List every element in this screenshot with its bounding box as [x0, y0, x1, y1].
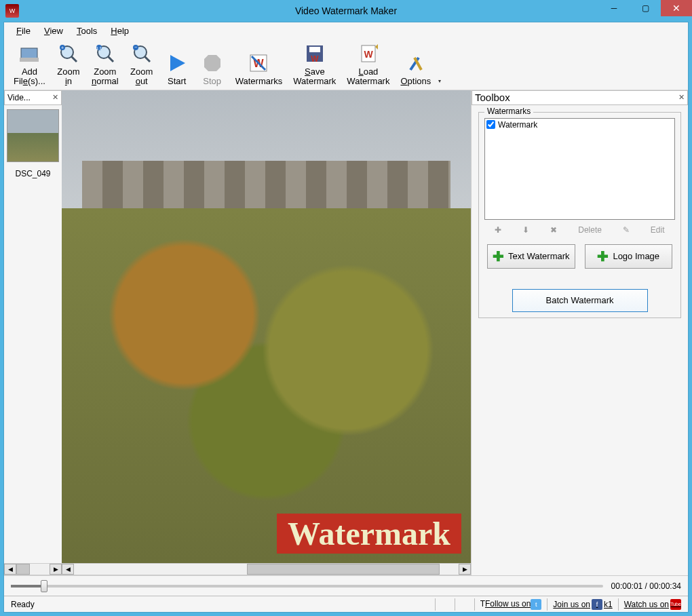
- minimize-button[interactable]: ─: [598, 0, 630, 16]
- text-watermark-button[interactable]: ✚ Text Watermark: [487, 244, 575, 269]
- file-thumbnail-label: DSC_049: [4, 169, 62, 178]
- youtube-icon: Tube: [670, 599, 681, 610]
- svg-line-3: [71, 56, 77, 62]
- watermarks-group: Watermarks Watermark ✚ ⬇ ✖ Delete ✎ Edit: [478, 112, 681, 318]
- file-panel: Vide... ✕ DSC_049 ◀ ▶: [4, 90, 62, 575]
- zoom-out-icon: −: [131, 43, 153, 64]
- timeline-slider[interactable]: [11, 585, 603, 588]
- scroll-left-icon[interactable]: ◀: [4, 564, 16, 575]
- watermark-overlay[interactable]: Watermark: [277, 514, 461, 554]
- toolbox-panel: Toolbox ✕ Watermarks Watermark ✚ ⬇: [471, 90, 688, 575]
- timeline-time: 00:00:01 / 00:00:34: [611, 581, 681, 591]
- save-watermark-button[interactable]: W SaveWatermark: [289, 41, 340, 88]
- svg-text:W: W: [364, 49, 373, 60]
- edit-button[interactable]: Edit: [651, 225, 665, 235]
- svg-marker-23: [375, 44, 378, 50]
- add-files-button[interactable]: AddFile(s)...: [9, 41, 50, 88]
- down-op-icon[interactable]: ⬇: [522, 225, 529, 235]
- wand-op-icon[interactable]: ✎: [623, 225, 630, 235]
- facebook-icon: f: [592, 599, 602, 610]
- file-thumbnail[interactable]: [7, 109, 59, 162]
- timeline: 00:00:01 / 00:00:34: [4, 575, 688, 596]
- preview-canvas[interactable]: Watermark: [62, 90, 471, 563]
- zoom-normal-icon: 1:1: [94, 43, 116, 64]
- scroll-right-icon[interactable]: ▶: [459, 564, 471, 575]
- menubar: File View Tools Help: [4, 22, 688, 39]
- add-op-icon[interactable]: ✚: [495, 225, 501, 235]
- menu-tools[interactable]: Tools: [70, 24, 104, 37]
- watermark-list-item[interactable]: Watermark: [486, 120, 673, 130]
- toolbox-close-icon[interactable]: ✕: [678, 93, 685, 102]
- scroll-left-icon[interactable]: ◀: [62, 564, 74, 575]
- status-segment: TFollow us ont: [478, 599, 545, 610]
- svg-rect-20: [309, 47, 320, 52]
- svg-text:+: +: [61, 45, 64, 50]
- titlebar: W Video Watermark Maker ─ ▢ ✕: [0, 0, 692, 22]
- window-title: Video Watermark Maker: [0, 5, 692, 16]
- options-icon: [405, 52, 427, 74]
- svg-line-7: [108, 56, 113, 62]
- load-watermark-button[interactable]: W LoadWatermark: [343, 41, 393, 88]
- toolbox-tab: Toolbox ✕: [472, 90, 688, 105]
- logo-image-button[interactable]: ✚ Logo Image: [585, 244, 673, 269]
- join-facebook-link[interactable]: Join us on fk1: [550, 599, 615, 610]
- watermarks-icon: W: [248, 52, 269, 74]
- close-button[interactable]: ✕: [661, 0, 692, 16]
- file-panel-tab[interactable]: Vide... ✕: [4, 90, 62, 105]
- window-buttons: ─ ▢ ✕: [598, 0, 692, 22]
- watch-youtube-link[interactable]: Watch us on Tube: [621, 599, 684, 610]
- svg-text:−: −: [134, 45, 137, 50]
- watermark-checkbox[interactable]: [486, 120, 495, 129]
- file-panel-tab-label: Vide...: [7, 93, 31, 102]
- svg-text:W: W: [311, 54, 319, 64]
- watermark-operations: ✚ ⬇ ✖ Delete ✎ Edit: [484, 225, 675, 235]
- follow-twitter-link[interactable]: Follow us on: [485, 599, 531, 609]
- svg-line-11: [145, 56, 150, 62]
- file-panel-scrollbar[interactable]: ◀ ▶: [4, 563, 62, 575]
- play-icon: [166, 52, 188, 74]
- svg-text:1:1: 1:1: [96, 46, 102, 50]
- central-area: Vide... ✕ DSC_049 ◀ ▶ Watermark ◀: [4, 90, 688, 575]
- scroll-right-icon[interactable]: ▶: [50, 564, 62, 575]
- plus-icon: ✚: [597, 248, 609, 265]
- watermarks-legend: Watermarks: [484, 107, 533, 116]
- svg-marker-15: [204, 55, 220, 71]
- watermark-item-label: Watermark: [498, 120, 537, 130]
- preview-panel: Watermark ◀ ▶: [62, 90, 471, 575]
- status-ready: Ready: [8, 600, 37, 609]
- watermarks-button[interactable]: W Watermarks: [231, 51, 287, 88]
- status-bar: Ready TFollow us ont Join us on fk1 Watc…: [4, 596, 688, 612]
- menu-file[interactable]: File: [9, 24, 37, 37]
- toolbox-title: Toolbox: [475, 92, 510, 103]
- save-watermark-icon: W: [304, 43, 326, 64]
- plus-icon: ✚: [493, 248, 504, 265]
- toolbar: AddFile(s)... + Zoomin 1:1 Zoomnormal − …: [4, 39, 688, 90]
- zoom-out-button[interactable]: − Zoomout: [126, 41, 158, 88]
- delete-button[interactable]: Delete: [578, 225, 602, 235]
- timeline-knob[interactable]: [41, 580, 47, 592]
- svg-rect-1: [20, 58, 39, 62]
- zoom-normal-button[interactable]: 1:1 Zoomnormal: [88, 41, 123, 88]
- watermark-list[interactable]: Watermark: [484, 118, 675, 220]
- batch-watermark-button[interactable]: Batch Watermark: [512, 289, 648, 312]
- app-icon: W: [5, 4, 19, 18]
- start-button[interactable]: Start: [161, 51, 193, 88]
- menu-view[interactable]: View: [37, 24, 70, 37]
- zoom-in-button[interactable]: + Zoomin: [52, 41, 85, 88]
- zoom-in-icon: +: [58, 43, 79, 64]
- stop-icon: [201, 52, 223, 74]
- remove-op-icon[interactable]: ✖: [550, 225, 557, 235]
- twitter-icon: t: [531, 599, 541, 610]
- options-button[interactable]: Options: [396, 51, 435, 88]
- maximize-button[interactable]: ▢: [630, 0, 661, 16]
- add-files-icon: [18, 43, 40, 64]
- load-watermark-icon: W: [358, 43, 379, 64]
- stop-button[interactable]: Stop: [196, 51, 229, 88]
- menu-help[interactable]: Help: [104, 24, 136, 37]
- svg-marker-14: [170, 55, 185, 71]
- toolbar-overflow[interactable]: ▾: [436, 41, 443, 88]
- app-body: File View Tools Help AddFile(s)... + Zoo…: [3, 22, 689, 613]
- file-panel-close-icon[interactable]: ✕: [52, 93, 58, 102]
- preview-scrollbar[interactable]: ◀ ▶: [62, 563, 471, 575]
